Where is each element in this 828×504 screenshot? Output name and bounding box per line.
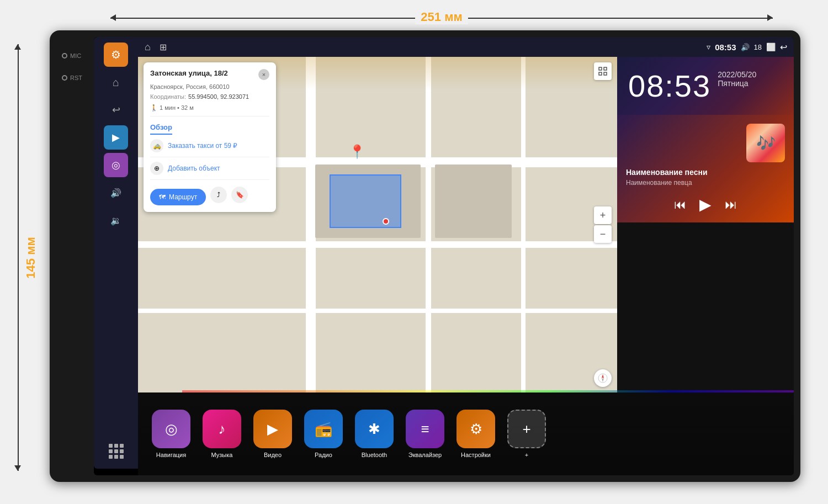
- svg-rect-3: [604, 72, 607, 75]
- back-icon: ↩: [112, 104, 120, 116]
- app-label-6: Настройки: [461, 452, 491, 458]
- taxi-label: Заказать такси от 59 ₽: [168, 142, 237, 150]
- map-pin: 📍: [349, 144, 365, 160]
- app-icon-4: ✱: [355, 410, 394, 448]
- map-info-panel: Затонская улица, 18/2 × Красноярск, Росс…: [144, 62, 276, 212]
- app-icon-5: ≡: [406, 410, 444, 448]
- rst-button[interactable]: RST: [62, 75, 82, 81]
- status-back-icon[interactable]: ↩: [780, 42, 787, 52]
- volume-down-icon: 🔉: [110, 215, 121, 226]
- volume-up-icon: 🔊: [110, 188, 121, 198]
- top-section: 📍: [138, 57, 794, 392]
- clock-time: 08:53: [628, 68, 711, 104]
- app-навигация[interactable]: ◎Навигация: [149, 410, 193, 458]
- map-time-distance: 🚶 1 мин • 32 м: [150, 104, 194, 112]
- map-coords-value: 55.994500, 92.923071: [188, 93, 249, 100]
- map-marker: [383, 218, 389, 225]
- add-object-action[interactable]: ⊕ Добавить объект: [150, 157, 269, 180]
- device-shell: MIC RST ⚙ ⌂ ↩ ▶: [50, 30, 800, 482]
- playstore-icon: ▶: [112, 131, 120, 144]
- volume-down-button[interactable]: 🔉: [104, 208, 128, 232]
- music-artist-name: Наименование певца: [626, 179, 785, 187]
- window-icon: ⬜: [766, 43, 776, 51]
- volume-up-button[interactable]: 🔊: [104, 181, 128, 205]
- taxi-action[interactable]: 🚕 Заказать такси от 59 ₽: [150, 135, 269, 157]
- next-button[interactable]: ⏭: [725, 198, 737, 212]
- music-controls: ⏮ ▶ ⏭: [626, 195, 785, 214]
- app-настройки[interactable]: ⚙Настройки: [454, 410, 498, 458]
- svg-rect-1: [604, 67, 607, 70]
- map-expand-button[interactable]: [594, 62, 612, 80]
- map-compass-button[interactable]: [594, 369, 612, 387]
- app-эквалайзер[interactable]: ≡Эквалайзер: [403, 410, 447, 458]
- volume-icon: 🔊: [741, 43, 750, 51]
- add-object-label: Добавить объект: [168, 165, 220, 172]
- add-object-icon: ⊕: [150, 162, 163, 175]
- app-icon-3: 📻: [304, 410, 343, 448]
- playstore-button[interactable]: ▶: [104, 125, 128, 150]
- left-panel: ⚙ ⌂ ↩ ▶ ◎ 🔊: [94, 37, 138, 469]
- main-screen: ⌂ ⊞ ▿ 08:53 🔊 18 ⬜ ↩: [138, 37, 794, 475]
- location-button[interactable]: ◎: [104, 153, 128, 177]
- bookmark-button[interactable]: 🔖: [231, 187, 248, 203]
- route-label: Маршрут: [169, 193, 197, 201]
- right-panel: 08:53 2022/05/20 Пятница 🎶: [617, 57, 794, 392]
- mic-indicator: MIC: [62, 52, 81, 59]
- wifi-icon: ▿: [707, 43, 710, 51]
- status-apps-icon[interactable]: ⊞: [160, 42, 167, 52]
- apps-grid-button[interactable]: [104, 439, 128, 463]
- app-icon-7: +: [507, 410, 546, 448]
- status-bar: ⌂ ⊞ ▿ 08:53 🔊 18 ⬜ ↩: [138, 37, 794, 57]
- map-area[interactable]: 📍: [138, 57, 617, 392]
- app-icon-1: ♪: [203, 410, 241, 448]
- back-button[interactable]: ↩: [104, 98, 128, 122]
- previous-button[interactable]: ⏮: [674, 198, 686, 212]
- home-button[interactable]: ⌂: [104, 70, 128, 94]
- app-видео[interactable]: ▶Видео: [251, 410, 295, 458]
- clock-day: Пятница: [718, 79, 756, 88]
- content-area: 📍: [138, 57, 794, 475]
- status-home-icon[interactable]: ⌂: [145, 41, 151, 53]
- zoom-in-button[interactable]: +: [594, 206, 612, 224]
- status-volume: 18: [754, 43, 762, 51]
- bottom-apps-bar: ◎Навигация♪Музыка▶Видео📻Радио✱Bluetooth≡…: [138, 392, 794, 475]
- app-музыка[interactable]: ♪Музыка: [200, 410, 244, 458]
- share-button[interactable]: ⤴: [210, 187, 227, 203]
- route-button[interactable]: 🗺 Маршрут: [150, 189, 206, 205]
- app-label-4: Bluetooth: [362, 452, 387, 458]
- status-time: 08:53: [715, 43, 736, 52]
- home-icon: ⌂: [113, 76, 119, 89]
- rainbow-bar: [182, 390, 794, 392]
- svg-marker-5: [602, 374, 604, 378]
- app-+[interactable]: ++: [505, 410, 549, 458]
- app-label-1: Музыка: [211, 452, 233, 458]
- route-icon: 🗺: [159, 193, 166, 201]
- map-close-button[interactable]: ×: [258, 69, 269, 80]
- app-icon-2: ▶: [253, 410, 292, 448]
- map-overview-button[interactable]: Обзор: [150, 121, 172, 135]
- play-button[interactable]: ▶: [699, 195, 712, 214]
- app-label-2: Видео: [264, 452, 282, 458]
- app-label-3: Радио: [315, 452, 332, 458]
- zoom-out-button[interactable]: −: [594, 225, 612, 243]
- map-address-sub: Красноярск, Россия, 660010: [150, 83, 269, 90]
- clock-panel: 08:53 2022/05/20 Пятница: [617, 57, 794, 115]
- svg-marker-6: [602, 378, 604, 382]
- map-zoom-controls: + −: [594, 206, 612, 243]
- app-радио[interactable]: 📻Радио: [301, 410, 346, 458]
- settings-icon: ⚙: [111, 48, 121, 61]
- clock-date: 2022/05/20: [718, 70, 756, 79]
- app-label-0: Навигация: [156, 452, 186, 458]
- svg-rect-0: [599, 67, 602, 70]
- app-label-7: +: [525, 452, 528, 458]
- music-song-name: Наименование песни: [626, 168, 785, 177]
- location-icon: ◎: [112, 159, 120, 171]
- app-icon-0: ◎: [152, 410, 190, 448]
- svg-rect-2: [599, 72, 602, 75]
- settings-button[interactable]: ⚙: [104, 43, 128, 67]
- taxi-icon: 🚕: [150, 139, 163, 152]
- dimension-width: 251 мм: [110, 10, 773, 24]
- app-icon-6: ⚙: [457, 410, 495, 448]
- app-bluetooth[interactable]: ✱Bluetooth: [352, 410, 396, 458]
- music-album-art: 🎶: [746, 124, 785, 162]
